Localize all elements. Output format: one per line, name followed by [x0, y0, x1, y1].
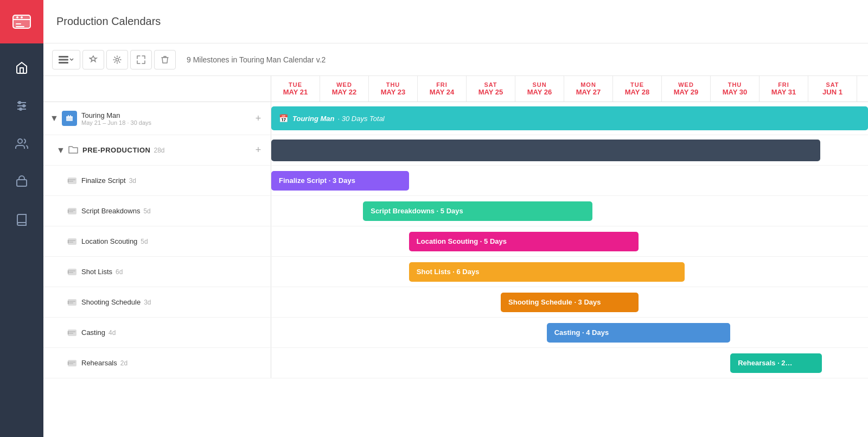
group-label: ▼ PRE-PRODUCTION 28d +: [43, 135, 271, 165]
date-header: TUEMAY 21WEDMAY 22THUMAY 23FRIMAY 24SATM…: [43, 76, 868, 102]
add-project-button[interactable]: +: [252, 112, 264, 124]
task-duration-5: 4d: [108, 329, 116, 337]
date-num: MAY 22: [322, 88, 366, 96]
svg-rect-30: [68, 269, 76, 275]
project-bar[interactable]: 📅 Touring Man · 30 Days Total: [271, 106, 868, 130]
svg-rect-34: [68, 299, 76, 306]
task-icon-4: [67, 299, 77, 306]
date-cell: TUEMAY 28: [613, 76, 662, 102]
task-bar-4[interactable]: Shooting Schedule · 3 Days: [501, 293, 639, 312]
date-day: TUE: [273, 81, 317, 88]
task-row-5: Casting 4d Casting · 4 Days: [43, 318, 868, 348]
add-group-button[interactable]: +: [252, 144, 264, 156]
svg-rect-13: [59, 62, 68, 64]
svg-rect-11: [59, 56, 68, 58]
date-day: SUN: [859, 81, 868, 88]
date-num: MAY 31: [762, 88, 806, 96]
task-row-4: Shooting Schedule 3d Shooting Schedule ·…: [43, 287, 868, 318]
project-icon: [62, 111, 77, 126]
app-logo[interactable]: [0, 0, 43, 43]
date-cell: WEDMAY 22: [320, 76, 369, 102]
date-cell: SUNJUN 2: [857, 76, 868, 102]
task-bar-1[interactable]: Script Breakdowns · 5 Days: [363, 201, 592, 221]
svg-rect-26: [68, 238, 76, 245]
date-num: JUN 1: [810, 88, 854, 96]
sidebar-nav: [0, 43, 43, 239]
task-icon-3: [67, 268, 77, 276]
folder-icon: [68, 145, 78, 156]
star-button[interactable]: [82, 50, 104, 69]
task-row-3: Shot Lists 6d Shot Lists · 6 Days: [43, 257, 868, 287]
task-bar-2[interactable]: Location Scouting · 5 Days: [409, 232, 639, 251]
task-duration-6: 2d: [120, 359, 127, 367]
collapse-group-button[interactable]: ▼: [56, 146, 65, 155]
date-num: MAY 29: [664, 88, 708, 96]
date-cell: MONMAY 27: [564, 76, 613, 102]
view-toggle-button[interactable]: [52, 50, 80, 69]
svg-point-2: [21, 16, 23, 18]
sidebar-item-home[interactable]: [0, 49, 43, 87]
date-day: FRI: [420, 81, 464, 88]
task-bar-label-3: Shot Lists · 6 Days: [417, 268, 480, 276]
sidebar-item-users[interactable]: [0, 125, 43, 163]
task-label-2: Location Scouting 5d: [43, 226, 271, 256]
settings-button[interactable]: [106, 50, 128, 69]
task-bar-5[interactable]: Casting · 4 Days: [547, 323, 730, 343]
task-label-4: Shooting Schedule 3d: [43, 287, 271, 317]
task-duration-3: 6d: [116, 268, 123, 276]
task-row-2: Location Scouting 5d Location Scouting ·…: [43, 226, 868, 257]
gantt-chart: TUEMAY 21WEDMAY 22THUMAY 23FRIMAY 24SATM…: [43, 76, 868, 437]
date-cell: WEDMAY 29: [662, 76, 711, 102]
collapse-project-button[interactable]: ▼: [50, 114, 59, 123]
task-name-4: Shooting Schedule: [81, 298, 141, 306]
project-row: ▼ Touring Man May: [43, 102, 868, 135]
group-bar[interactable]: [271, 140, 820, 161]
task-duration-0: 3d: [129, 177, 136, 185]
project-bar-sublabel: · 30 Days Total: [338, 115, 385, 123]
date-day: SAT: [810, 81, 854, 88]
task-label-5: Casting 4d: [43, 318, 271, 347]
svg-point-14: [116, 58, 119, 61]
sidebar-item-vip[interactable]: [0, 163, 43, 201]
task-label-1: Script Breakdowns 5d: [43, 196, 271, 226]
project-bar-icon: 📅: [279, 114, 288, 123]
svg-rect-10: [17, 180, 27, 186]
task-bar-0[interactable]: Finalize Script · 3 Days: [271, 171, 409, 191]
svg-rect-42: [68, 360, 76, 366]
date-num: MAY 28: [615, 88, 659, 96]
task-row-1: Script Breakdowns 5d Script Breakdowns ·…: [43, 196, 868, 226]
date-num: MAY 23: [371, 88, 415, 96]
date-cell: SUNMAY 26: [515, 76, 564, 102]
task-row-0: Finalize Script 3d Finalize Script · 3 D…: [43, 166, 868, 196]
task-icon-6: [67, 359, 77, 367]
date-cell: THUMAY 30: [711, 76, 760, 102]
task-label-header: [43, 76, 271, 102]
date-cell: FRIMAY 24: [418, 76, 467, 102]
expand-button[interactable]: [130, 50, 152, 69]
date-day: SUN: [518, 81, 561, 88]
date-num: MAY 21: [273, 88, 317, 96]
delete-button[interactable]: [154, 50, 176, 69]
task-name-6: Rehearsals: [81, 359, 117, 367]
page-title: Production Calendars: [56, 15, 161, 28]
date-cell: SATJUN 1: [808, 76, 857, 102]
task-bar-label-1: Script Breakdowns · 5 Days: [371, 207, 463, 215]
task-bar-6[interactable]: Rehearsals · 2…: [730, 353, 822, 373]
svg-rect-38: [68, 330, 76, 336]
main-content: Production Calendars: [43, 0, 868, 437]
task-icon-1: [67, 207, 77, 215]
svg-point-8: [20, 108, 22, 110]
date-day: THU: [371, 81, 415, 88]
toolbar: 9 Milestones in Touring Man Calendar v.2: [43, 43, 868, 76]
task-bar-3[interactable]: Shot Lists · 6 Days: [409, 262, 685, 282]
svg-point-6: [18, 102, 21, 104]
date-num: MAY 24: [420, 88, 464, 96]
date-num: MAY 27: [566, 88, 610, 96]
date-day: THU: [713, 81, 757, 88]
page-header: Production Calendars: [43, 0, 868, 43]
task-name-0: Finalize Script: [81, 176, 126, 185]
project-label: ▼ Touring Man May: [43, 102, 271, 135]
sidebar-item-settings[interactable]: [0, 87, 43, 125]
svg-rect-22: [68, 208, 76, 214]
sidebar-item-book[interactable]: [0, 201, 43, 239]
